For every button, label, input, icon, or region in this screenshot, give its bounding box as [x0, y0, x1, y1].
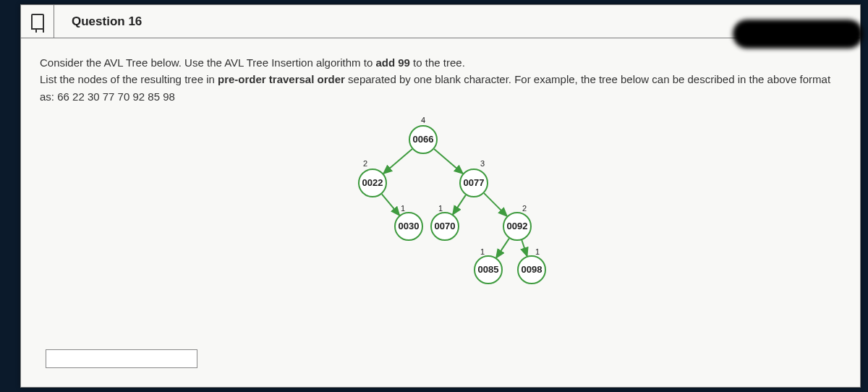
text: Consider the AVL Tree below. Use the AVL… [40, 56, 375, 69]
flag-button[interactable] [21, 5, 54, 38]
answer-row [46, 349, 197, 368]
emphasis-preorder: pre-order traversal order [218, 73, 345, 85]
tree-edge [496, 238, 509, 257]
tree-node-0092: 0092 [503, 212, 532, 241]
text: to the tree. [410, 56, 465, 69]
question-card: Question 16 Consider the AVL Tree below.… [20, 4, 861, 388]
tree-node-0030: 0030 [394, 212, 423, 241]
height-label: 3 [480, 158, 485, 170]
emphasis-add-99: add 99 [375, 56, 410, 69]
answer-input[interactable] [46, 349, 197, 368]
text: List the nodes of the resulting tree in [40, 73, 218, 85]
tree-edge [383, 149, 412, 174]
question-line-1: Consider the AVL Tree below. Use the AVL… [40, 54, 841, 71]
tree-node-0098: 0098 [517, 255, 546, 284]
tree-node-0070: 0070 [430, 212, 459, 241]
height-label: 4 [421, 114, 425, 127]
tree-node-0066: 0066 [409, 125, 438, 154]
height-label: 1 [480, 246, 485, 258]
height-label: 2 [363, 158, 367, 170]
height-label: 1 [535, 246, 540, 258]
tree-edge [434, 149, 463, 174]
tree-edge [484, 193, 507, 216]
height-label: 1 [438, 203, 443, 215]
tree-edge [522, 240, 527, 256]
question-body: Consider the AVL Tree below. Use the AVL… [21, 38, 860, 306]
obscured-area [733, 20, 863, 48]
avl-tree-diagram: 00660022007700300070009200850098 4231121… [40, 111, 841, 299]
tree-node-0085: 0085 [474, 255, 503, 284]
question-title: Question 16 [67, 14, 142, 29]
tree-edge [453, 195, 466, 214]
tree-node-0022: 0022 [358, 169, 387, 197]
height-label: 1 [401, 203, 405, 215]
example-sequence: 66 22 30 77 70 92 85 98 [57, 90, 175, 103]
tree-edge [382, 194, 399, 215]
tree-node-0077: 0077 [459, 169, 488, 197]
height-label: 2 [522, 203, 527, 215]
bookmark-icon [31, 14, 44, 30]
question-line-2: List the nodes of the resulting tree in … [40, 71, 841, 105]
